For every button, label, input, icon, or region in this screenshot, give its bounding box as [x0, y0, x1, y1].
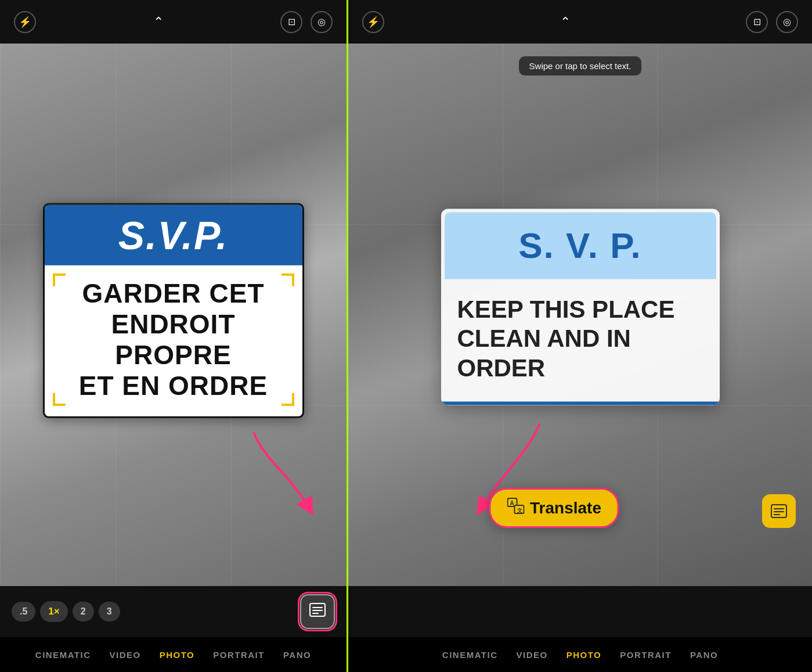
svg-text:文: 文: [517, 508, 522, 513]
zoom-2-button[interactable]: 2: [73, 602, 94, 621]
mode-cinematic-left[interactable]: CINEMATIC: [35, 650, 91, 660]
bottom-controls-right: [348, 586, 812, 637]
live-text-icon: [309, 602, 326, 621]
mode-pano-right[interactable]: PANO: [690, 650, 718, 660]
sign-right-header: S. V. P.: [445, 212, 716, 279]
live-text-button[interactable]: [300, 594, 335, 629]
mode-photo-right[interactable]: PHOTO: [566, 650, 602, 660]
right-live-text-button[interactable]: [762, 494, 796, 528]
mode-video-right[interactable]: VIDEO: [517, 650, 548, 660]
viewfinder-right[interactable]: Swipe or tap to select text. S. V. P. KE…: [348, 44, 812, 586]
sign-right-header-text: S. V. P.: [459, 225, 702, 266]
sign-right-footer: [441, 402, 720, 405]
modes-bar-right: CINEMATIC VIDEO PHOTO PORTRAIT PANO: [348, 637, 812, 672]
chevron-up-icon-left: ⌃: [153, 15, 164, 30]
mode-video-left[interactable]: VIDEO: [110, 650, 141, 660]
sign-right-body: KEEP THIS PLACE CLEAN AND IN ORDER: [441, 279, 720, 401]
chevron-up-icon-right: ⌃: [560, 15, 571, 30]
right-icons-right: ⊡ ◎: [746, 11, 798, 33]
right-icons-left: ⊡ ◎: [280, 11, 333, 33]
mode-pano-left[interactable]: PANO: [283, 650, 311, 660]
bottom-controls-left: .5 1× 2 3: [0, 586, 347, 637]
right-panel: ⚡ ⌃ ⊡ ◎ Swipe or tap to select text. S. …: [348, 0, 812, 672]
translate-icon: A 文: [507, 498, 524, 518]
settings-icon-left: ◎: [317, 16, 326, 27]
modes-bar-left: CINEMATIC VIDEO PHOTO PORTRAIT PANO: [0, 637, 347, 672]
bracket-top-left: [53, 274, 66, 286]
sign-left: S.V.P. GARDER CET ENDROIT PROPRE ET EN O…: [43, 203, 304, 418]
arrow-left: [219, 415, 335, 531]
bracket-bottom-right: [282, 393, 294, 405]
left-top-bar: ⚡ ⌃ ⊡ ◎: [0, 0, 347, 44]
zoom-controls: .5 1× 2 3: [12, 601, 120, 622]
sign-right-body-text: KEEP THIS PLACE CLEAN AND IN ORDER: [457, 295, 703, 383]
sign-left-body-text: GARDER CET ENDROIT PROPRE ET EN ORDRE: [59, 278, 288, 401]
sign-right: S. V. P. KEEP THIS PLACE CLEAN AND IN OR…: [441, 209, 720, 405]
mode-portrait-right[interactable]: PORTRAIT: [620, 650, 672, 660]
flash-button-left[interactable]: ⚡: [14, 11, 36, 33]
translate-button[interactable]: A 文 Translate: [489, 488, 619, 528]
bracket-top-right: [282, 274, 294, 286]
zoom-1x-button[interactable]: 1×: [40, 601, 67, 622]
settings-button-right[interactable]: ◎: [776, 11, 798, 33]
settings-button-left[interactable]: ◎: [311, 11, 333, 33]
svg-text:A: A: [510, 500, 514, 506]
right-top-bar: ⚡ ⌃ ⊡ ◎: [348, 0, 812, 44]
viewfinder-left[interactable]: S.V.P. GARDER CET ENDROIT PROPRE ET EN O…: [0, 44, 347, 586]
live-photo-button-left[interactable]: ⊡: [280, 11, 302, 33]
mode-portrait-left[interactable]: PORTRAIT: [213, 650, 265, 660]
zoom-0.5-button[interactable]: .5: [12, 602, 35, 621]
tooltip-bar: Swipe or tap to select text.: [519, 56, 642, 76]
mode-photo-left[interactable]: PHOTO: [160, 650, 195, 660]
sign-left-body: GARDER CET ENDROIT PROPRE ET EN ORDRE: [45, 265, 302, 416]
settings-icon-right: ◎: [783, 16, 791, 27]
zoom-3-button[interactable]: 3: [99, 602, 120, 621]
svg-rect-1: [310, 603, 325, 616]
live-photo-icon-left: ⊡: [288, 16, 295, 27]
left-panel: ⚡ ⌃ ⊡ ◎ S.V.P.: [0, 0, 348, 672]
chevron-center-left[interactable]: ⌃: [153, 15, 164, 30]
sign-left-header: S.V.P.: [45, 205, 302, 265]
flash-button-right[interactable]: ⚡: [362, 11, 384, 33]
mode-cinematic-right[interactable]: CINEMATIC: [442, 650, 498, 660]
translate-label: Translate: [530, 499, 601, 518]
flash-icon-left: ⚡: [19, 16, 31, 28]
chevron-center-right[interactable]: ⌃: [560, 15, 571, 30]
live-photo-icon-right: ⊡: [753, 16, 761, 27]
flash-icon-right: ⚡: [367, 16, 380, 28]
bracket-bottom-left: [53, 393, 66, 405]
live-photo-button-right[interactable]: ⊡: [746, 11, 768, 33]
sign-left-header-text: S.V.P.: [56, 215, 291, 255]
